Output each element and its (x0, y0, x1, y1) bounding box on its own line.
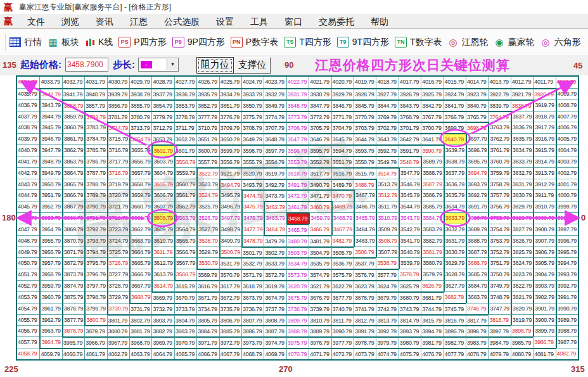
grid-cell: 3659.79 (129, 189, 151, 201)
menu-item-0[interactable]: 文件 (19, 15, 53, 29)
grid-cell: 3591.79 (399, 144, 421, 156)
grid-cell: 3681.79 (421, 291, 443, 303)
toolbar-item-quote-grid[interactable]: 行情 (10, 37, 42, 48)
menu-item-3[interactable]: 江恩 (122, 15, 156, 29)
grid-cell: 3669.79 (151, 291, 174, 303)
toolbar-item-t-square[interactable]: TST四方形 (284, 37, 331, 48)
grid-cell: 3557.79 (196, 156, 219, 167)
chevron-down-icon[interactable]: ▼ (167, 59, 178, 70)
grid-cell: 3906.79 (533, 246, 555, 258)
grid-cell: 3943.79 (39, 99, 61, 111)
grid-cell: 4005.79 (556, 133, 578, 144)
grid-cell: 3917.79 (533, 122, 555, 133)
grid-cell: 3559.79 (174, 167, 196, 179)
grid-cell: 3808.79 (264, 314, 286, 326)
start-price-input[interactable] (65, 58, 108, 72)
grid-cell: 3543.79 (399, 212, 421, 224)
grid-cell: 3864.79 (62, 167, 84, 179)
menu-item-7[interactable]: 窗口 (276, 15, 310, 29)
resistance-button[interactable]: 阻力位 (196, 57, 234, 73)
grid-cell: 3721.79 (107, 201, 129, 212)
grid-cell: 3966.79 (84, 336, 106, 348)
menu-item-6[interactable]: 工具 (242, 15, 276, 29)
toolbar-item-t9-square[interactable]: T99T四方形 (337, 37, 389, 48)
grid-cell: 3499.79 (219, 235, 241, 246)
grid-cell: 3739.79 (309, 303, 331, 314)
grid-cell: 4065.79 (174, 348, 196, 359)
menu-item-5[interactable]: 设置 (208, 15, 242, 29)
grid-cell: 3958.79 (39, 269, 61, 280)
footer-strip: 225 270 315 (0, 361, 588, 377)
grid-cell: 3613.79 (151, 269, 174, 280)
support-button[interactable]: 支撑位 (234, 57, 271, 73)
toolbar-item-sector-blocks[interactable]: ▦板块 (48, 37, 79, 48)
toolbar: 行情▦板块K线PSP四方形P99P四方形PNP数字表TST四方形T99T四方形T… (0, 29, 588, 55)
grid-cell: 3731.79 (129, 303, 151, 314)
toolbar-item-p-square[interactable]: PSP四方形 (118, 37, 166, 48)
grid-cell: 3461.79 (286, 201, 309, 212)
grid-cell: 3933.79 (241, 88, 264, 99)
grid-cell: 3697.79 (466, 133, 488, 144)
grid-cell: 3484.79 (354, 224, 376, 235)
grid-cell: 3799.79 (84, 303, 106, 314)
grid-cell: 3671.79 (196, 291, 219, 303)
grid-cell: 3520.79 (241, 167, 264, 179)
grid-cell: 3922.79 (488, 88, 510, 99)
grid-cell: 3968.79 (129, 336, 151, 348)
toolbar-item-t-number-table[interactable]: TNT数字表 (395, 37, 442, 48)
grid-cell: 3995.79 (556, 246, 578, 258)
grid-cell: 3585.79 (421, 201, 443, 212)
grid-cell: 3661.79 (129, 212, 151, 224)
grid-cell: 4030.79 (107, 77, 129, 88)
grid-cell: 3567.79 (174, 257, 196, 269)
toolbar-item-winner-wheel[interactable]: ◉赢家轮 (494, 37, 535, 48)
grid-cell: 3588.79 (421, 167, 443, 179)
grid-cell: 3856.79 (107, 99, 129, 111)
grid-cell: 3688.79 (466, 235, 488, 246)
grid-cell: 3517.79 (309, 167, 331, 179)
grid-cell: 3705.79 (309, 122, 331, 133)
grid-cell: 4080.79 (511, 348, 533, 359)
step-combobox[interactable]: - ▼ (138, 58, 179, 72)
grid-cell: 3526.79 (196, 212, 219, 224)
grid-cell: 3624.79 (376, 280, 398, 291)
grid-cell: 3796.79 (84, 269, 106, 280)
grid-cell: 3836.79 (511, 122, 533, 133)
grid-cell: 3668.79 (129, 291, 151, 303)
grid-cell: 3977.79 (331, 336, 354, 348)
grid-cell: 4067.79 (219, 348, 241, 359)
step-swatch: - (141, 61, 152, 68)
menu-item-4[interactable]: 公式选股 (156, 15, 208, 29)
toolbar-item-p-number-table[interactable]: PNP数字表 (231, 37, 278, 48)
grid-cell: 4020.79 (331, 77, 354, 88)
grid-cell: 3952.79 (39, 201, 61, 212)
grid-cell: 3597.79 (264, 144, 286, 156)
grid-cell: 4002.79 (556, 167, 578, 179)
toolbar-item-hexagon[interactable]: ◎六角形 (540, 37, 581, 48)
grid-cell: 4051.79 (17, 269, 39, 280)
grid-cell: 3686.79 (466, 257, 488, 269)
menu-item-1[interactable]: 浏览 (53, 15, 87, 29)
toolbar-item-gann-wheel[interactable]: ◎江恩轮 (448, 37, 489, 48)
grid-cell: 3755.79 (488, 212, 510, 224)
menu-item-2[interactable]: 资讯 (87, 15, 122, 29)
grid-cell: 4041.79 (17, 156, 39, 167)
grid-cell: 3546.79 (399, 179, 421, 190)
grid-cell: 3892.79 (376, 325, 398, 336)
grid-cell: 3974.79 (264, 336, 286, 348)
toolbar-item-p9-square[interactable]: P99P四方形 (172, 37, 225, 48)
menu-item-9[interactable]: 帮助 (362, 15, 397, 29)
grid-cell: 3990.79 (556, 303, 578, 314)
toolbar-item-kline-candles[interactable]: K线 (85, 37, 113, 48)
grid-cell: 3702.79 (376, 122, 398, 133)
grid-cell: 3932.79 (264, 88, 286, 99)
grid-cell: 3672.79 (219, 291, 241, 303)
grid-cell: 4022.79 (286, 77, 309, 88)
grid-cell: 3504.79 (309, 246, 331, 258)
grid-cell: 3683.79 (466, 291, 488, 303)
grid-cell: 3810.79 (309, 314, 331, 326)
grid-cell: 3515.79 (354, 167, 376, 179)
menu-item-8[interactable]: 交易委托 (310, 15, 362, 29)
grid-cell: 3727.79 (107, 269, 129, 280)
grid-cell: 3816.79 (444, 314, 466, 326)
